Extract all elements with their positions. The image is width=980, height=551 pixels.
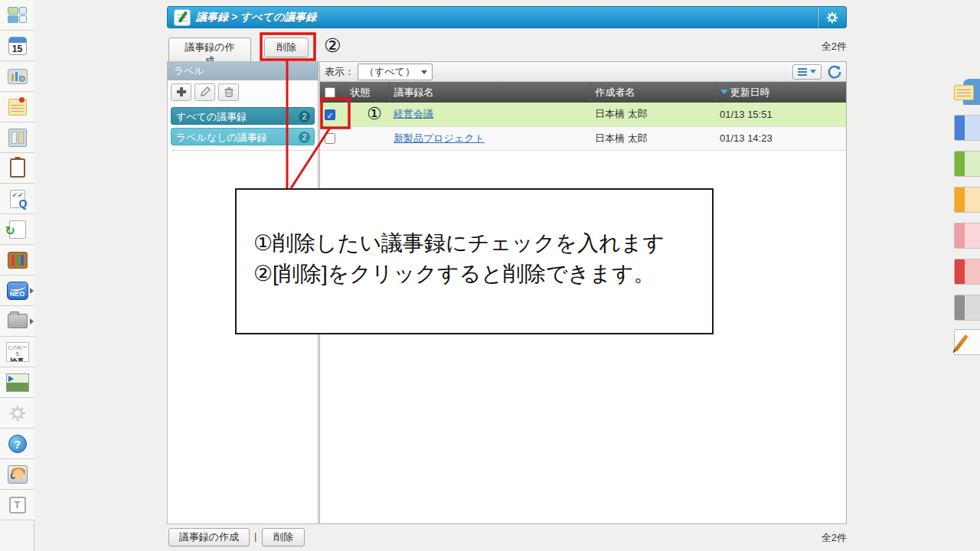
label-panel-title: ラベル [168, 62, 318, 80]
filter-label: 表示： [325, 65, 354, 79]
label-item-text: ラベルなしの議事録 [176, 132, 267, 143]
col-name: 議事録名 [389, 82, 590, 103]
minutes-link[interactable]: 新製品プロジェクト [394, 132, 485, 144]
submenu-arrow-icon [30, 318, 34, 324]
rail-item-memo[interactable] [0, 92, 34, 122]
rail-item-photo-banner[interactable] [0, 367, 34, 398]
rail-item-graph-neo[interactable]: NEO [0, 276, 34, 306]
app-screen: 15 ✔✔Q ↻ NEO たのめーる論真 ? T 議事録 > すべての議事録 議… [0, 0, 980, 551]
row-checkbox-checked[interactable]: ✓ [325, 109, 335, 120]
label-toolbar [168, 80, 318, 103]
top-toolbar: 議事録の作成 削除 ② 全2件 [167, 36, 847, 57]
rail-item-workflow[interactable]: ↻ [0, 214, 34, 245]
rail-item-calendar[interactable]: 15 [0, 31, 34, 61]
creator-cell: 日本橋 太郎 [590, 103, 715, 126]
pencil-icon [200, 86, 211, 97]
minutes-table: 状態 議事録名 作成者名 更新日時 ✓ ① 経営会議 日本橋 太郎 01/13 … [320, 82, 846, 151]
table-header-row: 状態 議事録名 作成者名 更新日時 [320, 82, 846, 103]
help-icon: ? [8, 435, 27, 453]
gear-disabled-icon [8, 404, 27, 422]
rail-item-help[interactable]: ? [0, 429, 34, 459]
minutes-app-icon [175, 10, 190, 25]
edit-label-button[interactable] [194, 83, 215, 101]
address-book-icon [8, 252, 28, 269]
folder-icon [8, 314, 28, 328]
rail-item-presentation[interactable] [0, 61, 34, 92]
app-rail: 15 ✔✔Q ↻ NEO たのめーる論真 ? T [0, 0, 34, 551]
label-count-badge: 2 [299, 111, 310, 122]
color-label-red-icon[interactable] [954, 259, 980, 285]
label-item-text: すべての議事録 [176, 111, 247, 122]
rail-item-todo-search[interactable]: ✔✔Q [0, 184, 34, 214]
create-minutes-button-footer[interactable]: 議事録の作成 [168, 528, 250, 546]
row-checkbox[interactable] [325, 133, 335, 144]
todo-search-icon: ✔✔Q [10, 190, 25, 208]
instruction-callout: ①削除したい議事録にチェックを入れます ②[削除]をクリックすると削除できます。 [235, 188, 714, 334]
clipboard-icon [10, 158, 25, 178]
select-all-checkbox[interactable] [325, 87, 335, 98]
status-cell [345, 126, 389, 150]
breadcrumb-title: 議事録 > すべての議事録 [196, 11, 316, 24]
label-item-no-label[interactable]: ラベルなしの議事録 2 [171, 128, 315, 145]
refresh-icon [828, 65, 841, 79]
creator-cell: 日本橋 太郎 [590, 126, 715, 150]
step1-annotation: ① [367, 104, 382, 123]
sort-desc-icon [720, 90, 728, 94]
footer-toolbar: 議事録の作成 | 削除 全2件 [167, 528, 847, 548]
memo-icon [8, 99, 27, 116]
cabinet-icon [8, 129, 27, 147]
settings-gear-button[interactable] [818, 7, 846, 28]
pencil-card-icon[interactable] [954, 329, 980, 355]
workflow-icon: ↻ [9, 220, 26, 239]
minutes-link[interactable]: 経営会議 [394, 108, 433, 119]
callout-line-2: ②[削除]をクリックすると削除できます。 [253, 259, 698, 289]
color-label-pink-icon[interactable] [954, 223, 980, 249]
photo-banner-icon [6, 373, 29, 392]
label-list-divider [172, 150, 313, 151]
rail-item-portal[interactable] [0, 0, 34, 31]
rail-item-address-book[interactable] [0, 245, 34, 276]
view-filter-select[interactable]: （すべて） [358, 64, 433, 80]
support-operator-icon [8, 465, 28, 484]
graph-neo-icon: NEO [7, 282, 28, 300]
label-item-all-minutes[interactable]: すべての議事録 2 [171, 107, 315, 125]
chevron-down-icon [810, 70, 816, 73]
refresh-button[interactable] [828, 65, 841, 79]
rail-item-folder[interactable] [0, 306, 34, 337]
table-row: ✓ ① 経営会議 日本橋 太郎 01/13 15:51 [320, 103, 846, 126]
filter-bar: 表示： （すべて） [320, 62, 846, 82]
delete-label-button[interactable] [218, 83, 239, 101]
color-label-blue-icon[interactable] [954, 115, 980, 141]
rail-item-cabinet[interactable] [0, 122, 34, 153]
text-tool-icon: T [9, 497, 26, 514]
chevron-down-icon [421, 70, 427, 74]
rail-item-tanomail[interactable]: たのめーる論真 [0, 337, 34, 367]
view-filter-value: （すべて） [364, 66, 415, 77]
color-label-green-icon[interactable] [954, 151, 980, 177]
presentation-icon [8, 69, 28, 84]
col-updated[interactable]: 更新日時 [715, 82, 846, 103]
plus-icon [176, 86, 187, 97]
list-options-button[interactable] [792, 64, 822, 80]
rail-item-text-tool[interactable]: T [0, 490, 34, 520]
right-icon-strip [954, 0, 980, 551]
rail-item-support[interactable] [0, 459, 34, 490]
portal-icon [8, 7, 28, 24]
updated-cell: 01/13 14:23 [715, 126, 846, 150]
add-label-button[interactable] [171, 83, 191, 101]
delete-button[interactable]: 削除 [264, 37, 309, 57]
table-row: 新製品プロジェクト 日本橋 太郎 01/13 14:23 [320, 126, 846, 150]
color-label-gray-icon[interactable] [954, 295, 980, 321]
col-creator: 作成者名 [590, 82, 715, 103]
col-status: 状態 [345, 82, 389, 103]
note-user-icon[interactable] [954, 79, 980, 108]
submenu-arrow-icon [30, 288, 34, 294]
calendar-icon: 15 [8, 37, 27, 55]
rail-item-clipboard[interactable] [0, 153, 34, 184]
color-label-orange-icon[interactable] [954, 187, 980, 213]
label-count-badge: 2 [299, 132, 310, 143]
tanomail-icon: たのめーる論真 [6, 342, 29, 362]
step2-annotation: ② [324, 34, 341, 57]
label-list: すべての議事録 2 ラベルなしの議事録 2 [168, 103, 318, 151]
delete-button-footer[interactable]: 削除 [262, 528, 305, 546]
